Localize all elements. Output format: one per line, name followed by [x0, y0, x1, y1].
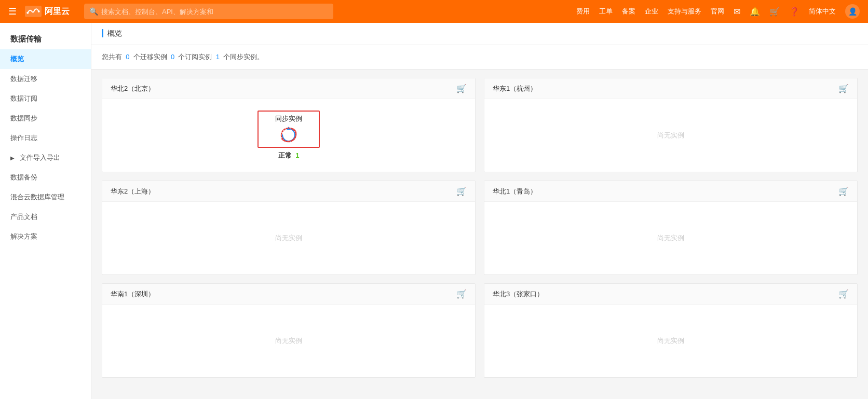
- region-card-huabei2: 华北2（北京） 🛒 同步实例: [102, 78, 476, 172]
- bell-icon[interactable]: 🔔: [750, 7, 760, 17]
- region-name-huadong2: 华东2（上海）: [111, 187, 155, 196]
- sidebar-label-hybrid: 混合云数据库管理: [10, 192, 64, 202]
- sidebar-item-subscription[interactable]: 数据订阅: [0, 89, 91, 108]
- cart-icon-huanan1[interactable]: 🛒: [456, 289, 467, 299]
- search-bar[interactable]: 🔍: [84, 4, 333, 19]
- search-icon: 🔍: [89, 7, 98, 16]
- sidebar-item-oplog[interactable]: 操作日志: [0, 128, 91, 148]
- subscription-count: 0: [171, 53, 174, 61]
- sidebar-label-docs: 产品文档: [10, 212, 37, 222]
- expand-arrow-icon: ▶: [10, 155, 15, 161]
- migration-count: 0: [126, 53, 129, 61]
- region-body-huabei2: 同步实例 正常: [102, 99, 475, 172]
- svg-point-2: [38, 10, 40, 12]
- sidebar-item-overview[interactable]: 概览: [0, 49, 91, 69]
- nav-links: 费用 工单 备案 企业 支持与服务 官网 ✉ 🔔 🛒 ❓ 简体中文 👤: [576, 4, 860, 19]
- cart-icon-huabei1[interactable]: 🛒: [838, 186, 849, 196]
- region-card-huanan1: 华南1（深圳） 🛒 尚无实例: [102, 283, 476, 378]
- sidebar-label-backup: 数据备份: [10, 173, 37, 182]
- logo-text: 阿里云: [45, 6, 70, 17]
- empty-text-huanan1: 尚无实例: [275, 336, 302, 346]
- sidebar-item-solution[interactable]: 解决方案: [0, 227, 91, 246]
- sidebar-label-sync: 数据同步: [10, 114, 37, 123]
- sync-circle-annotation: [279, 126, 298, 144]
- cart-icon-huabei3[interactable]: 🛒: [838, 289, 849, 299]
- sidebar-item-migration[interactable]: 数据迁移: [0, 69, 91, 89]
- subscription-label: 个订阅实例: [178, 53, 212, 61]
- search-input[interactable]: [101, 8, 328, 16]
- instance-status: 正常 1: [278, 151, 300, 160]
- sidebar-label-solution: 解决方案: [10, 232, 37, 241]
- sidebar-label-file-io: 文件导入导出: [20, 153, 60, 162]
- sidebar-label-subscription: 数据订阅: [10, 94, 37, 103]
- sidebar: 数据传输 概览 数据迁移 数据订阅 数据同步 操作日志 ▶ 文件导入导出 数据备…: [0, 23, 91, 399]
- mail-icon[interactable]: ✉: [734, 7, 740, 17]
- region-body-huadong2: 尚无实例: [102, 202, 475, 274]
- sidebar-label-overview: 概览: [10, 54, 24, 64]
- region-header-huanan1: 华南1（深圳） 🛒: [102, 284, 475, 305]
- lang-switch[interactable]: 简体中文: [809, 7, 836, 16]
- sidebar-label-oplog: 操作日志: [10, 133, 37, 143]
- page-title: 概览: [102, 29, 122, 37]
- region-card-huabei1: 华北1（青岛） 🛒 尚无实例: [484, 181, 858, 275]
- top-nav: ☰ 阿里云 🔍 费用 工单 备案 企业 支持与服务 官网 ✉ 🔔 🛒 ❓ 简体中…: [0, 0, 868, 23]
- region-name-huabei2: 华北2（北京）: [111, 84, 155, 93]
- regions-grid: 华北2（北京） 🛒 同步实例: [102, 78, 858, 378]
- summary-text: 您共有: [102, 53, 122, 61]
- empty-text-huabei3: 尚无实例: [657, 336, 684, 346]
- instance-box: 同步实例: [257, 111, 320, 148]
- sidebar-item-docs[interactable]: 产品文档: [0, 207, 91, 227]
- nav-enterprise[interactable]: 企业: [645, 7, 658, 16]
- instance-type-label: 同步实例: [275, 114, 302, 123]
- cart-icon-huabei2[interactable]: 🛒: [456, 84, 467, 93]
- region-body-huanan1: 尚无实例: [102, 305, 475, 377]
- nav-support[interactable]: 支持与服务: [668, 7, 701, 16]
- help-icon[interactable]: ❓: [789, 7, 799, 17]
- empty-text-huabei1: 尚无实例: [657, 233, 684, 243]
- region-card-huadong1: 华东1（杭州） 🛒 尚无实例: [484, 78, 858, 172]
- cart-nav-icon[interactable]: 🛒: [769, 7, 780, 17]
- nav-ticket[interactable]: 工单: [599, 7, 613, 16]
- region-card-huadong2: 华东2（上海） 🛒 尚无实例: [102, 181, 476, 275]
- page-layout: 数据传输 概览 数据迁移 数据订阅 数据同步 操作日志 ▶ 文件导入导出 数据备…: [0, 23, 868, 399]
- region-body-huabei1: 尚无实例: [484, 202, 857, 274]
- region-header-huabei3: 华北3（张家口） 🛒: [484, 284, 857, 305]
- sidebar-item-file-io[interactable]: ▶ 文件导入导出: [0, 148, 91, 168]
- empty-text-huadong1: 尚无实例: [657, 131, 684, 140]
- sidebar-label-migration: 数据迁移: [10, 74, 37, 84]
- migration-label: 个迁移实例: [133, 53, 167, 61]
- sidebar-item-backup[interactable]: 数据备份: [0, 168, 91, 187]
- region-header-huadong1: 华东1（杭州） 🛒: [484, 78, 857, 99]
- sidebar-item-hybrid[interactable]: 混合云数据库管理: [0, 187, 91, 207]
- nav-fees[interactable]: 费用: [576, 7, 590, 16]
- status-count: 1: [295, 152, 299, 159]
- region-name-huadong1: 华东1（杭州）: [493, 84, 537, 93]
- aliyun-logo-icon: [25, 6, 42, 17]
- cart-icon-huadong1[interactable]: 🛒: [838, 84, 849, 93]
- nav-official[interactable]: 官网: [711, 7, 724, 16]
- sync-count: 1: [216, 53, 220, 61]
- nav-beian[interactable]: 备案: [622, 7, 635, 16]
- region-name-huanan1: 华南1（深圳）: [111, 290, 155, 299]
- sidebar-item-sync[interactable]: 数据同步: [0, 108, 91, 128]
- region-header-huabei1: 华北1（青岛） 🛒: [484, 181, 857, 202]
- logo-area: 阿里云: [25, 6, 70, 17]
- instance-tile-sync[interactable]: 同步实例 正常: [257, 111, 320, 160]
- region-name-huabei3: 华北3（张家口）: [493, 290, 544, 299]
- main-content: 概览 您共有 0 个迁移实例 0 个订阅实例 1 个同步实例。 华北2（北京） …: [91, 23, 868, 399]
- hamburger-icon[interactable]: ☰: [8, 6, 17, 17]
- sidebar-title: 数据传输: [0, 27, 91, 49]
- region-body-huabei3: 尚无实例: [484, 305, 857, 377]
- sync-label: 个同步实例: [223, 53, 257, 61]
- region-header-huabei2: 华北2（北京） 🛒: [102, 78, 475, 99]
- region-header-huadong2: 华东2（上海） 🛒: [102, 181, 475, 202]
- avatar[interactable]: 👤: [845, 4, 860, 19]
- region-card-huabei3: 华北3（张家口） 🛒 尚无实例: [484, 283, 858, 378]
- cart-icon-huadong2[interactable]: 🛒: [456, 186, 467, 196]
- region-name-huabei1: 华北1（青岛）: [493, 187, 537, 196]
- region-body-huadong1: 尚无实例: [484, 99, 857, 172]
- svg-point-1: [26, 12, 29, 14]
- empty-text-huadong2: 尚无实例: [275, 233, 302, 243]
